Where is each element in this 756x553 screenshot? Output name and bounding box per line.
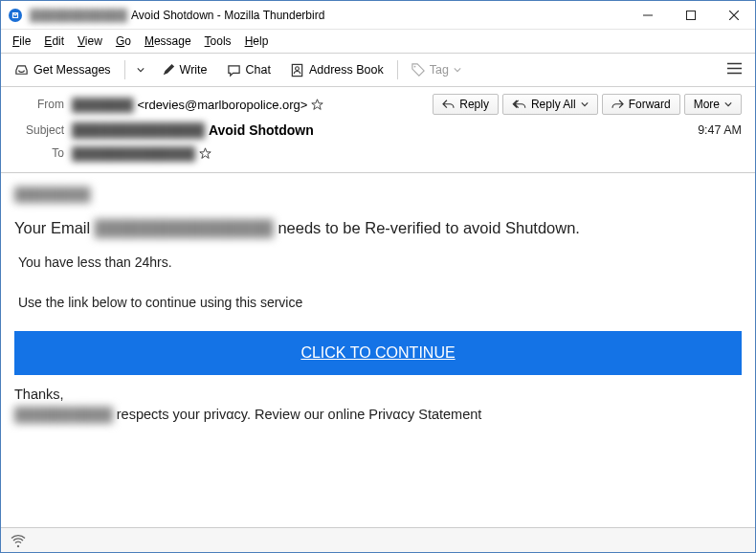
address-book-button[interactable]: Address Book [282,59,391,81]
body-line3: Use the link below to continue using thi… [14,295,742,310]
chevron-down-icon [581,100,589,108]
pencil-icon [162,63,175,77]
app-menu-button[interactable] [720,57,749,82]
message-headers: From ███████ <rdevies@marlboropolice.org… [1,87,755,173]
write-button[interactable]: Write [154,59,215,80]
subject-redacted: ██████████████ [72,122,205,138]
reply-button[interactable]: Reply [433,94,499,115]
tag-label: Tag [430,63,449,77]
more-label: More [694,98,720,111]
from-label: From [14,98,64,111]
star-icon[interactable] [311,99,323,111]
greeting-redacted: ████████ [14,187,90,202]
menu-bar: File Edit View Go Message Tools Help [1,30,755,53]
window-titlebar: ████████████ Avoid Shotdown - Mozilla Th… [1,1,755,30]
subject-label: Subject [14,123,64,137]
address-book-label: Address Book [309,63,384,77]
forward-button[interactable]: Forward [602,94,680,115]
reply-all-label: Reply All [531,98,576,111]
body-line2: You have less than 24hrs. [14,254,742,270]
window-title-text: Avoid Shotdown - Mozilla Thunderbird [131,9,324,22]
from-email: <rdevies@marlboropolice.org> [137,98,307,112]
hamburger-icon [727,62,742,75]
body-signature: Thanks, ██████████ respects your privαcy… [14,385,742,425]
maximize-button[interactable] [669,1,712,30]
get-messages-dropdown[interactable] [131,62,150,77]
chevron-down-icon [137,66,145,74]
svg-point-3 [296,66,300,70]
status-bar [1,527,755,552]
menu-go[interactable]: Go [110,33,137,50]
get-messages-label: Get Messages [33,63,111,77]
close-button[interactable] [712,1,755,30]
body-line1: Your Email ████████████████ needs to be … [14,219,742,237]
address-book-icon [290,63,304,77]
message-time: 9:47 AM [698,123,742,137]
menu-tools[interactable]: Tools [199,33,237,50]
chevron-down-icon [454,66,461,74]
menu-edit[interactable]: Edit [38,33,70,50]
chevron-down-icon [724,100,732,108]
to-label: To [14,146,64,160]
body-email-redacted: ████████████████ [95,219,274,237]
svg-point-4 [413,66,415,68]
forward-label: Forward [629,98,671,111]
cta-button[interactable]: CLICK TO CONTINUE [14,331,742,375]
window-title-redacted: ████████████ [30,9,127,22]
minimize-button[interactable] [626,1,669,30]
more-button[interactable]: More [684,94,742,115]
forward-icon [611,100,624,110]
toolbar-separator [397,60,398,79]
toolbar-separator [124,60,125,79]
menu-help[interactable]: Help [239,33,275,50]
window-title: ████████████ Avoid Shotdown - Mozilla Th… [30,9,626,22]
chat-label: Chat [246,63,271,77]
from-name-redacted: ███████ [72,98,133,112]
tag-icon [411,63,425,77]
star-icon[interactable] [199,147,211,160]
get-messages-button[interactable]: Get Messages [7,59,119,81]
message-body: ████████ Your Email ████████████████ nee… [1,173,755,432]
write-label: Write [180,63,208,77]
from-value: ███████ <rdevies@marlboropolice.org> [72,98,323,112]
menu-file[interactable]: File [7,33,36,50]
reply-all-icon [512,100,526,110]
subject-text: Avoid Shotdown [209,122,314,138]
menu-view[interactable]: View [72,33,108,50]
connection-icon [11,534,26,547]
main-toolbar: Get Messages Write Chat Address Book Tag [1,53,755,87]
app-icon [1,8,30,23]
reply-label: Reply [459,98,489,111]
inbox-icon [14,63,29,77]
reply-icon [442,100,455,110]
menu-message[interactable]: Message [139,33,197,50]
to-redacted: ██████████████ [72,146,195,161]
tag-button[interactable]: Tag [404,59,469,80]
cta-label: CLICK TO CONTINUE [300,344,455,361]
reply-all-button[interactable]: Reply All [502,94,598,115]
privacy-company-redacted: ██████████ [14,405,113,425]
svg-rect-1 [686,11,695,19]
chat-icon [227,63,241,77]
chat-button[interactable]: Chat [219,59,278,81]
